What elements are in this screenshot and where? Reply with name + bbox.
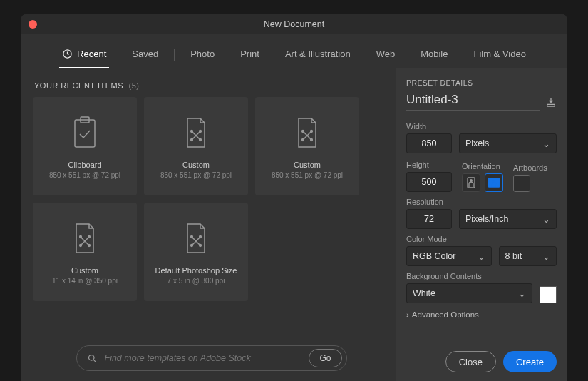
svg-point-3 [191, 131, 193, 133]
save-preset-icon[interactable] [545, 96, 557, 108]
preset-details-heading: PRESET DETAILS [406, 78, 557, 87]
recent-items-pane: YOUR RECENT ITEMS (5) Clipboard 850 x 55… [21, 68, 396, 381]
svg-point-15 [191, 236, 193, 238]
svg-point-21 [470, 180, 473, 182]
window-close-dot[interactable] [29, 20, 37, 29]
svg-point-11 [80, 236, 82, 238]
card-subtitle: 850 x 551 px @ 72 ppi [272, 171, 343, 179]
orientation-label: Orientation [462, 162, 503, 171]
tab-label: Film & Video [473, 49, 525, 59]
bitdepth-value: 8 bit [505, 251, 522, 261]
advanced-label: Advanced Options [412, 310, 479, 319]
document-custom-icon [293, 113, 321, 153]
background-label: Background Contents [406, 272, 557, 280]
close-button[interactable]: Close [445, 351, 496, 372]
chevron-right-icon: › [406, 310, 409, 319]
advanced-options-toggle[interactable]: › Advanced Options [406, 310, 557, 319]
titlebar: New Document [21, 14, 567, 34]
chevron-down-icon: ⌄ [542, 138, 550, 149]
width-input[interactable] [406, 133, 452, 153]
preset-card-default[interactable]: Default Photoshop Size 7 x 5 in @ 300 pp… [144, 203, 248, 301]
tab-recent[interactable]: Recent [49, 41, 119, 68]
card-subtitle: 850 x 551 px @ 72 ppi [49, 171, 120, 179]
unit-value: Pixels [465, 138, 489, 148]
tab-saved[interactable]: Saved [119, 41, 171, 68]
tab-web[interactable]: Web [363, 41, 408, 68]
height-input[interactable] [406, 172, 452, 192]
orientation-landscape-button[interactable] [485, 173, 503, 192]
svg-point-4 [200, 131, 202, 133]
svg-point-13 [80, 245, 82, 247]
resolution-unit-value: Pixels/Inch [465, 214, 508, 224]
svg-point-19 [88, 355, 94, 360]
svg-point-6 [200, 139, 202, 141]
tab-label: Saved [132, 49, 158, 59]
svg-point-23 [493, 181, 495, 183]
document-name-field[interactable]: Untitled-3 [406, 93, 540, 111]
tab-label: Mobile [421, 49, 448, 59]
svg-point-10 [311, 139, 313, 141]
clock-icon [62, 49, 73, 59]
background-value: White [413, 288, 435, 298]
stock-search-pill: Go [76, 345, 347, 371]
colormode-label: Color Mode [406, 235, 557, 243]
svg-point-14 [88, 245, 91, 247]
resolution-label: Resolution [406, 198, 557, 206]
tab-separator [174, 49, 175, 61]
card-title: Custom [71, 266, 98, 275]
tab-label: Print [240, 49, 259, 59]
svg-rect-1 [75, 120, 95, 147]
svg-point-9 [302, 139, 304, 141]
artboards-checkbox[interactable] [513, 175, 530, 192]
preset-card-clipboard[interactable]: Clipboard 850 x 551 px @ 72 ppi [33, 97, 137, 195]
tab-mobile[interactable]: Mobile [408, 41, 460, 68]
chevron-down-icon: ⌄ [542, 251, 550, 262]
artboards-label: Artboards [513, 163, 547, 172]
new-document-dialog: New Document Recent Saved Photo Print Ar… [21, 14, 567, 381]
resolution-input[interactable] [406, 209, 452, 229]
recent-items-count: (5) [129, 81, 140, 90]
document-custom-icon [182, 113, 210, 153]
chevron-down-icon: ⌄ [478, 251, 485, 262]
svg-point-8 [311, 131, 313, 133]
tab-label: Web [376, 49, 396, 59]
svg-point-18 [200, 245, 202, 247]
preset-card-custom[interactable]: Custom 850 x 551 px @ 72 ppi [255, 97, 359, 195]
card-title: Clipboard [68, 161, 101, 169]
svg-point-17 [191, 245, 193, 247]
background-dropdown[interactable]: White ⌄ [406, 283, 532, 303]
background-color-swatch[interactable] [540, 286, 557, 303]
tab-label: Photo [190, 49, 215, 59]
svg-point-12 [88, 236, 91, 238]
recent-cards-grid: Clipboard 850 x 551 px @ 72 ppi Custom 8… [33, 97, 390, 301]
colormode-dropdown[interactable]: RGB Color ⌄ [406, 246, 492, 266]
svg-point-5 [191, 139, 193, 141]
orientation-portrait-button[interactable] [462, 173, 480, 192]
card-title: Default Photoshop Size [155, 266, 237, 275]
unit-dropdown[interactable]: Pixels ⌄ [459, 133, 557, 153]
tab-art[interactable]: Art & Illustration [272, 41, 363, 68]
resolution-unit-dropdown[interactable]: Pixels/Inch ⌄ [459, 209, 557, 229]
document-custom-icon [71, 219, 99, 259]
width-label: Width [406, 122, 557, 131]
tab-label: Recent [77, 49, 106, 59]
svg-point-16 [200, 236, 202, 238]
category-tabs: Recent Saved Photo Print Art & Illustrat… [21, 34, 567, 68]
tab-print[interactable]: Print [227, 41, 272, 68]
preset-card-custom[interactable]: Custom 11 x 14 in @ 350 ppi [33, 203, 137, 301]
preset-card-custom[interactable]: Custom 850 x 551 px @ 72 ppi [144, 97, 248, 195]
bitdepth-dropdown[interactable]: 8 bit ⌄ [499, 246, 557, 266]
card-title: Custom [182, 161, 210, 169]
create-button[interactable]: Create [503, 351, 557, 372]
stock-search-input[interactable] [105, 353, 302, 363]
recent-items-header: YOUR RECENT ITEMS (5) [33, 81, 390, 90]
document-custom-icon [182, 219, 210, 259]
tab-film[interactable]: Film & Video [460, 41, 538, 68]
stock-search-row: Go [33, 345, 390, 371]
card-title: Custom [294, 161, 321, 169]
clipboard-icon [71, 113, 99, 153]
colormode-value: RGB Color [413, 251, 455, 261]
tab-photo[interactable]: Photo [177, 41, 227, 68]
go-button[interactable]: Go [309, 349, 341, 367]
window-title: New Document [21, 19, 567, 29]
